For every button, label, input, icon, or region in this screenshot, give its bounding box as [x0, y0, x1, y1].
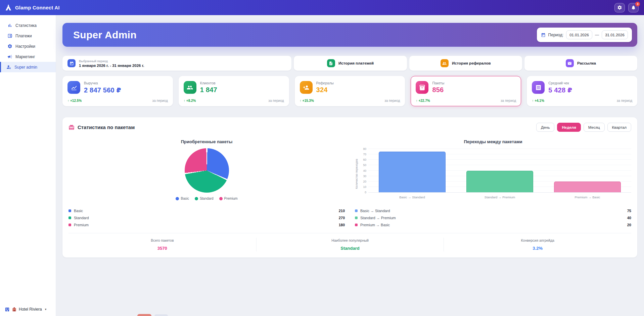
notifications-badge: 3: [635, 2, 640, 6]
people-icon: [184, 81, 196, 94]
people-icon: [441, 59, 449, 67]
bar-chart-panel: Переходы между пакетами Количество перех…: [355, 139, 631, 200]
hotel-selector-label: Hotel Riviera: [19, 307, 42, 312]
user-icon: [6, 65, 11, 70]
bar-chart: 01020304050607080: [368, 149, 631, 193]
trend-value: +4.1%: [535, 99, 544, 103]
stat-card-trend: ↑+12.5%: [67, 99, 82, 103]
stat-card-label: Средний чек: [548, 81, 572, 85]
period-buttons-group: ДеньНеделяМесяцКвартал: [536, 123, 631, 132]
summary-label: Наиболее популярный: [257, 238, 444, 242]
pie-chart-legend: BasicStandardPremium: [68, 197, 345, 200]
list-item-value: 75: [627, 209, 631, 213]
bar-2: [466, 171, 533, 193]
trend-value: +8.2%: [186, 99, 196, 103]
quick-card-mailing[interactable]: Рассылка: [524, 56, 637, 71]
y-tick-label: 60: [360, 158, 366, 161]
quick-card-selected-period[interactable]: Выбранный период1 января 2026 г. - 31 ян…: [62, 56, 291, 71]
stat-card-footer: ↑+4.1%за период: [532, 99, 632, 103]
summary-row: Всего пакетов3570Наиболее популярныйStan…: [68, 233, 631, 251]
quick-card-payment-history[interactable]: История платежей: [294, 56, 407, 71]
period-button-week[interactable]: Неделя: [557, 123, 581, 132]
legend-square: [68, 224, 71, 226]
quick-card-title: Рассылка: [577, 61, 596, 65]
bar-slot: [456, 149, 544, 192]
legend-dot: [219, 197, 223, 200]
bar-chart-x-labels: Basic → StandardStandard → PremiumPremiu…: [368, 195, 631, 199]
list-item: Premium180: [68, 221, 345, 228]
stat-card-value: 5 428 ₽: [548, 86, 572, 94]
stat-card-label: Клиентов: [200, 81, 217, 85]
hotel-selector[interactable]: Hotel Riviera ▾: [0, 303, 56, 316]
topbar: Glamp Connect AI 3: [0, 0, 644, 15]
list-item-value: 270: [339, 216, 345, 220]
stat-card-average-check[interactable]: Средний чек5 428 ₽↑+4.1%за период: [527, 76, 637, 106]
sidebar-item-label: Super admin: [14, 65, 37, 70]
period-button-month[interactable]: Месяц: [584, 123, 605, 132]
stat-card-period-note: за период: [501, 99, 516, 103]
quick-card-subtitle: 1 января 2026 г. - 31 января 2026 г.: [79, 64, 144, 68]
stat-card-revenue[interactable]: Выручка2 847 560 ₽↑+12.5%за период: [62, 76, 173, 106]
list-item-value: 210: [339, 209, 345, 213]
sidebar-item-super-admin[interactable]: Super admin: [0, 62, 56, 72]
bell-icon: [631, 5, 636, 10]
pie-legend-item: Standard: [195, 197, 214, 200]
stat-card-footer: ↑+15.3%за период: [300, 99, 400, 103]
list-item: Standard → Premium40: [355, 214, 631, 221]
stat-card-clients[interactable]: Клиентов1 847↑+8.2%за период: [179, 76, 289, 106]
sidebar-item-marketing[interactable]: Маркетинг: [0, 51, 56, 62]
stat-card-label: Рефералы: [316, 81, 334, 85]
period-button-day[interactable]: День: [536, 123, 555, 132]
gear-icon: [7, 44, 12, 49]
bar-chart-icon: [7, 23, 12, 28]
trend-up-icon: ↑: [184, 99, 185, 103]
stat-card-value: 856: [432, 86, 444, 94]
period-from-input[interactable]: [566, 30, 592, 39]
y-tick-label: 50: [360, 163, 366, 167]
stat-cards-row: Выручка2 847 560 ₽↑+12.5%за периодКлиент…: [62, 76, 637, 106]
trend-up-icon: ↑: [300, 99, 302, 103]
list-item-value: 40: [627, 216, 631, 220]
sidebar-item-settings[interactable]: Настройки: [0, 41, 56, 51]
stat-card-value: 324: [316, 86, 334, 94]
settings-button[interactable]: [614, 3, 625, 12]
sidebar: СтатистикаПлатежиНастройкиМаркетингSuper…: [0, 15, 56, 316]
period-to-input[interactable]: [602, 30, 628, 39]
stat-card-referrals[interactable]: Рефералы324↑+15.3%за период: [295, 76, 405, 106]
app-title: Glamp Connect AI: [15, 5, 60, 10]
bar-slot: [544, 149, 631, 192]
bar-chart-y-axis-label: Количество переходов: [355, 149, 360, 199]
period-button-quarter[interactable]: Квартал: [607, 123, 631, 132]
list-item-label: Standard: [74, 216, 89, 220]
summary-value: 3.2%: [444, 246, 631, 251]
sidebar-item-label: Платежи: [15, 34, 32, 38]
sidebar-item-statistics[interactable]: Статистика: [0, 20, 56, 31]
pie-chart-title: Приобретенные пакеты: [68, 139, 345, 144]
pie-legend-label: Standard: [200, 197, 214, 200]
stat-card-value: 1 847: [200, 86, 217, 94]
pie-legend-label: Premium: [224, 197, 238, 200]
stat-card-trend: ↑+15.3%: [300, 99, 314, 103]
quick-card-text: Выбранный период1 января 2026 г. - 31 ян…: [79, 59, 144, 68]
notifications-button[interactable]: 3: [628, 3, 639, 12]
tent-logo-icon: [5, 4, 12, 11]
quick-card-title: История рефералов: [452, 61, 491, 65]
x-tick-label: Premium → Basic: [544, 195, 631, 199]
stat-card-value: 2 847 560 ₽: [84, 86, 121, 94]
y-tick-label: 20: [360, 180, 366, 183]
page-title: Super Admin: [73, 29, 137, 41]
x-tick-label: Basic → Standard: [368, 195, 456, 199]
quick-card-referral-history[interactable]: История рефералов: [409, 56, 522, 71]
sidebar-item-payments[interactable]: Платежи: [0, 31, 56, 41]
bar-1: [379, 152, 445, 192]
summary-value: 3570: [68, 246, 256, 251]
period-label: Период:: [548, 33, 563, 37]
pie-legend-label: Basic: [181, 197, 189, 200]
stat-card-packages[interactable]: Пакеты856↑+22.7%за период: [411, 76, 521, 106]
quick-card-title: Выбранный период: [79, 59, 144, 63]
y-tick-label: 80: [360, 147, 366, 151]
wallet-icon: [7, 33, 12, 38]
y-tick-label: 70: [360, 153, 366, 156]
bottom-partial-element-gray: [154, 314, 168, 316]
stat-card-period-note: за период: [384, 99, 400, 103]
